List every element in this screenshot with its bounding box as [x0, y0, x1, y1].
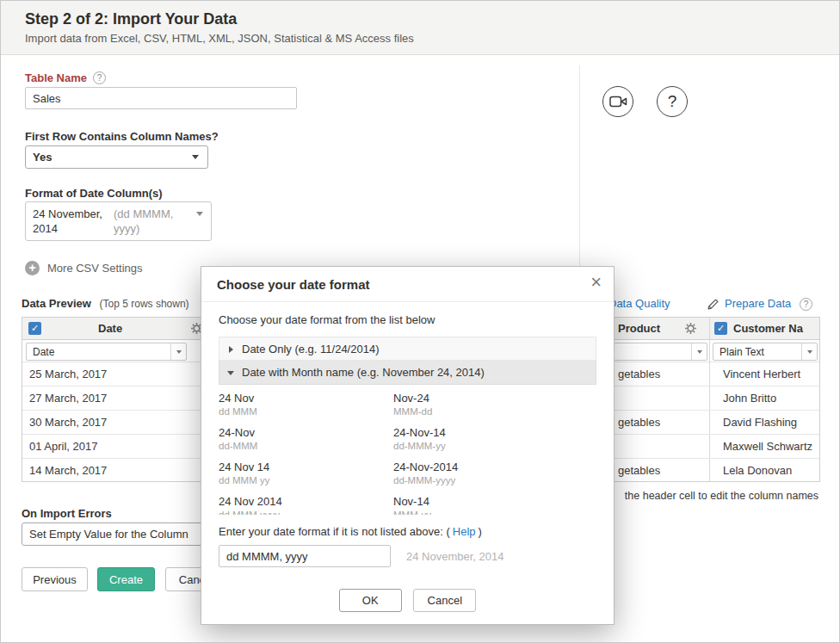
option-value: 24-Nov-2014	[393, 461, 596, 473]
first-row-label: First Row Contains Column Names?	[25, 130, 219, 143]
table-name-help-icon[interactable]: ?	[93, 71, 106, 84]
dialog-buttons: OK Cancel	[219, 589, 596, 612]
option-format: MMM-dd	[393, 406, 596, 417]
dialog-body: Choose your date format from the list be…	[201, 302, 614, 612]
option-value: 24-Nov-14	[393, 426, 596, 439]
format-option[interactable]: 24-Nov dd-MMM	[219, 421, 393, 455]
format-option[interactable]: 24 Nov 14 dd MMM yy	[219, 455, 393, 490]
option-value: 24 Nov 2014	[219, 495, 393, 508]
more-csv-settings-button[interactable]: + More CSV Settings	[25, 261, 143, 275]
format-option[interactable]: 24-Nov-14 dd-MMM-yy	[393, 421, 596, 455]
date-format-dropdown[interactable]: 24 November, 2014 (dd MMMM, yyyy)	[25, 201, 212, 241]
page-subtitle: Import data from Excel, CSV, HTML, XML, …	[25, 32, 839, 45]
help-link[interactable]: Help	[453, 525, 476, 538]
product-cell: getables	[618, 362, 660, 386]
custom-format-input[interactable]	[219, 545, 391, 567]
first-row-select-value: Yes	[33, 151, 52, 164]
dialog-cancel-button[interactable]: Cancel	[413, 589, 476, 612]
prepare-data-help-icon[interactable]: ?	[800, 298, 812, 311]
help-button[interactable]: ?	[657, 86, 688, 117]
option-format: dd-MMM-yyyy	[393, 475, 596, 486]
option-format: dd MMM yyyy	[219, 510, 393, 515]
date-column-header[interactable]: Date	[98, 318, 122, 339]
date-format-pattern: (dd MMMM, yyyy)	[114, 207, 189, 236]
plus-glyph: +	[28, 261, 35, 275]
plus-icon: +	[25, 261, 40, 275]
format-option[interactable]: 24 Nov 2014 dd MMM yyyy	[219, 490, 393, 515]
customer-column-header[interactable]: Customer Na	[733, 318, 819, 339]
customer-cell: John Britto	[723, 386, 776, 410]
dialog-prompt: Choose your date format from the list be…	[219, 313, 596, 326]
dialog-header: Choose your date format ×	[201, 267, 614, 302]
format-option[interactable]: Nov-24 MMM-dd	[393, 386, 596, 421]
date-column-type-select[interactable]: Date	[26, 343, 187, 361]
previous-button[interactable]: Previous	[22, 567, 88, 591]
data-preview-title: Data Preview	[22, 297, 91, 310]
group-date-only[interactable]: Date Only (e.g. 11/24/2014)	[219, 337, 596, 361]
format-option[interactable]: 24-Nov-2014 dd-MMM-yyyy	[393, 455, 596, 490]
create-button[interactable]: Create	[97, 567, 155, 591]
date-cell: 25 March, 2017	[29, 362, 107, 386]
chevron-down-icon	[227, 371, 234, 375]
pencil-icon	[707, 298, 720, 313]
chevron-down-icon	[192, 155, 199, 159]
date-type-value: Date	[27, 346, 170, 358]
first-row-select[interactable]: Yes	[25, 145, 208, 169]
chevron-down-icon	[170, 343, 186, 360]
group-date-with-month[interactable]: Date with Month name (e.g. November 24, …	[219, 361, 596, 385]
option-format: dd-MMM	[219, 441, 393, 452]
on-import-errors-label: On Import Errors	[22, 507, 112, 520]
date-cell: 14 March, 2017	[29, 459, 107, 482]
option-value: 24 Nov 14	[219, 461, 393, 473]
date-format-dialog: Choose your date format × Choose your da…	[201, 266, 615, 625]
option-format: dd MMM	[219, 406, 393, 417]
chevron-right-icon	[229, 346, 233, 353]
chevron-down-icon	[196, 212, 203, 216]
chevron-down-icon	[691, 343, 707, 360]
product-column-type-select[interactable]	[608, 343, 707, 361]
format-option[interactable]: 24 Nov dd MMM	[219, 386, 393, 421]
panel-divider	[579, 65, 580, 296]
customer-type-value: Plain Text	[713, 346, 801, 358]
close-glyph: ×	[590, 271, 602, 293]
option-format: MMM-yy	[393, 510, 596, 515]
import-wizard-page: Step 2 of 2: Import Your Data Import dat…	[0, 0, 840, 643]
page-title: Step 2 of 2: Import Your Data	[25, 10, 839, 28]
table-name-label-text: Table Name	[25, 71, 87, 84]
date-cell: 30 March, 2017	[29, 411, 107, 434]
chevron-down-icon	[801, 343, 817, 360]
more-csv-settings-label: More CSV Settings	[47, 262, 143, 275]
data-quality-link[interactable]: Data Quality	[608, 297, 670, 310]
customer-cell: David Flashing	[723, 411, 797, 434]
format-option[interactable]: Nov-14 MMM-yy	[393, 490, 596, 515]
customer-column-type-select[interactable]: Plain Text	[713, 343, 818, 361]
customer-cell: Vincent Herbert	[723, 362, 800, 386]
custom-format-label: Enter your date format if it is not list…	[219, 525, 596, 538]
check-icon: ✓	[31, 323, 39, 333]
date-format-value: 24 November, 2014	[33, 207, 107, 236]
wizard-header: Step 2 of 2: Import Your Data Import dat…	[1, 1, 839, 55]
customer-column-checkbox[interactable]: ✓	[714, 322, 727, 335]
product-column-gear-icon[interactable]	[685, 323, 696, 337]
product-cell: getables	[618, 411, 660, 434]
option-value: 24 Nov	[219, 392, 393, 405]
check-icon: ✓	[717, 323, 725, 333]
table-name-label: Table Name ?	[25, 71, 106, 84]
table-name-input[interactable]	[25, 87, 297, 109]
camera-icon	[609, 95, 627, 108]
date-column-checkbox[interactable]: ✓	[28, 322, 41, 335]
video-tutorial-button[interactable]	[602, 86, 633, 117]
ok-button[interactable]: OK	[339, 589, 402, 612]
custom-format-label-close: )	[479, 525, 482, 538]
prepare-data-link[interactable]: Prepare Data	[725, 297, 791, 310]
close-icon[interactable]: ×	[590, 272, 602, 293]
data-preview-heading: Data Preview (Top 5 rows shown)	[22, 297, 189, 310]
date-cell: 27 March, 2017	[29, 386, 107, 410]
option-format: dd-MMM-yy	[393, 441, 596, 452]
edit-columns-hint: the header cell to edit the column names	[625, 490, 818, 502]
product-column-header[interactable]: Product	[618, 318, 660, 339]
question-icon: ?	[668, 92, 677, 111]
custom-format-label-text: Enter your date format if it is not list…	[219, 525, 450, 538]
data-preview-note: (Top 5 rows shown)	[100, 298, 189, 310]
customer-cell: Lela Donovan	[723, 459, 792, 482]
